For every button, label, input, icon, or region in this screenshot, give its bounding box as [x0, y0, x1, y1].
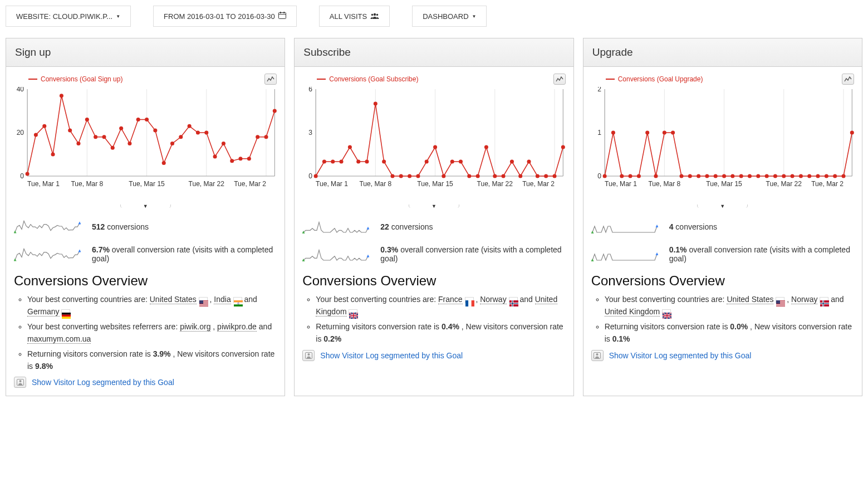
widget-upgrade: Upgrade Conversions (Goal Upgrade) Tue, … [583, 38, 862, 396]
svg-point-146 [764, 174, 768, 178]
svg-point-99 [519, 174, 523, 178]
svg-point-156 [850, 131, 854, 135]
country-link[interactable]: United States [727, 295, 773, 304]
chart-toggle-button[interactable] [842, 74, 854, 85]
sparkline-icon [14, 246, 81, 263]
svg-point-51 [264, 135, 268, 139]
svg-point-104 [561, 145, 565, 149]
svg-point-23 [26, 172, 30, 176]
country-link[interactable]: France [438, 295, 463, 304]
country-link[interactable]: Norway [791, 295, 817, 304]
svg-point-47 [230, 159, 234, 163]
returning-rate: 0.0% [730, 322, 748, 331]
chart-legend: Conversions (Goal Sign up) [28, 74, 277, 85]
svg-point-95 [484, 145, 488, 149]
svg-text:40: 40 [17, 87, 24, 93]
svg-point-6 [376, 13, 378, 15]
svg-point-33 [111, 146, 115, 150]
svg-point-93 [468, 174, 472, 178]
chart-legend: Conversions (Goal Upgrade) [606, 74, 854, 85]
svg-marker-157 [591, 231, 594, 233]
chart-toggle-button[interactable] [264, 74, 277, 85]
expand-toggle[interactable]: ▼ [697, 205, 748, 208]
svg-text:0: 0 [597, 172, 601, 180]
svg-point-139 [705, 174, 709, 178]
legend-swatch [28, 79, 37, 80]
country-link[interactable]: India [214, 295, 231, 304]
svg-point-4 [374, 13, 376, 15]
svg-point-83 [382, 160, 386, 164]
referrer-link[interactable]: piwikpro.de [217, 322, 257, 332]
svg-text:Tue, Mar 8: Tue, Mar 8 [71, 180, 103, 187]
country-link[interactable]: Norway [480, 295, 506, 304]
visitor-log-link[interactable]: Show Visitor Log segmented by this Goal [32, 378, 174, 387]
expand-toggle[interactable]: ▼ [409, 205, 459, 208]
referrer-link[interactable]: maxumym.com.ua [27, 334, 91, 344]
svg-text:Tue, Mar 22: Tue, Mar 22 [189, 180, 225, 187]
svg-text:1: 1 [597, 129, 601, 137]
visitor-log-row: Show Visitor Log segmented by this Goal [591, 350, 854, 361]
referrer-link[interactable]: piwik.org [180, 322, 210, 332]
overview-countries: Your best converting countries are: Fran… [316, 293, 565, 318]
website-selector[interactable]: WEBSITE: CLOUD.PIWIK.P... ▼ [6, 6, 131, 27]
svg-point-101 [536, 174, 540, 178]
svg-point-92 [459, 160, 463, 164]
svg-point-86 [408, 174, 411, 178]
svg-point-80 [357, 160, 361, 164]
metric-text: 6.7% overall conversion rate (visits wit… [92, 245, 277, 263]
visitor-log-link[interactable]: Show Visitor Log segmented by this Goal [320, 351, 463, 360]
expand-toggle[interactable]: ▼ [120, 205, 171, 208]
svg-point-98 [510, 160, 514, 164]
overview-list: Your best converting countries are: Unit… [591, 293, 854, 345]
svg-point-34 [119, 126, 123, 130]
country-link[interactable]: United States [150, 295, 197, 304]
svg-point-40 [170, 142, 174, 145]
caret-down-icon: ▼ [116, 14, 120, 19]
svg-point-37 [145, 118, 149, 121]
visitor-log-link[interactable]: Show Visitor Log segmented by this Goal [609, 351, 752, 360]
svg-point-88 [425, 160, 429, 164]
svg-rect-0 [278, 13, 286, 19]
svg-point-49 [247, 157, 251, 160]
top-controls: WEBSITE: CLOUD.PIWIK.P... ▼ FROM 2016-03… [6, 6, 862, 27]
svg-point-97 [502, 174, 506, 178]
metric-conversions: 22 conversions [302, 218, 565, 235]
svg-point-87 [416, 174, 420, 178]
svg-point-149 [790, 174, 794, 178]
svg-point-150 [799, 174, 803, 178]
country-link[interactable]: Germany [27, 307, 60, 317]
svg-point-27 [60, 94, 63, 98]
overview-rates: Returning visitors conversion rate is 3.… [27, 348, 277, 373]
caret-down-icon: ▼ [472, 14, 477, 19]
country-link[interactable]: United Kingdom [605, 307, 660, 317]
legend-label: Conversions (Goal Upgrade) [618, 75, 703, 83]
calendar-icon [278, 12, 286, 21]
svg-point-5 [371, 13, 373, 15]
svg-text:Tue, Mar 22: Tue, Mar 22 [477, 180, 513, 187]
visits-selector[interactable]: ALL VISITS [319, 6, 390, 27]
dashboard-selector[interactable]: DASHBOARD ▼ [412, 6, 487, 27]
svg-point-90 [442, 174, 446, 178]
metric-text: 4 conversions [669, 222, 717, 231]
overview-title: Conversions Overview [591, 273, 854, 289]
metric-text: 512 conversions [92, 222, 149, 231]
svg-point-35 [127, 142, 131, 145]
svg-point-77 [331, 160, 335, 164]
svg-point-110 [307, 353, 310, 356]
svg-marker-53 [14, 230, 17, 233]
svg-point-75 [314, 174, 318, 178]
svg-point-138 [697, 174, 700, 178]
svg-point-145 [756, 174, 760, 178]
legend-label: Conversions (Goal Sign up) [41, 75, 122, 83]
chart-toggle-button[interactable] [553, 74, 566, 85]
metric-rate: 0.1% overall conversion rate (visits wit… [591, 245, 854, 263]
svg-point-96 [493, 174, 497, 178]
svg-point-162 [596, 353, 599, 356]
date-range-selector[interactable]: FROM 2016-03-01 TO 2016-03-30 [153, 6, 297, 27]
svg-point-147 [773, 174, 777, 178]
visitor-log-row: Show Visitor Log segmented by this Goal [302, 350, 565, 361]
overview-rates: Returning visitors conversion rate is 0.… [605, 320, 854, 345]
svg-text:Tue, Mar 2: Tue, Mar 2 [811, 180, 844, 187]
svg-point-76 [322, 160, 326, 164]
svg-point-140 [713, 174, 717, 178]
